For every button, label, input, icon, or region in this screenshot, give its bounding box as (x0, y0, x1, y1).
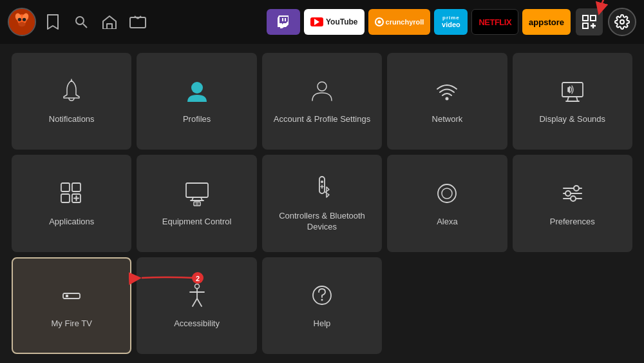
svg-point-7 (76, 17, 84, 25)
search-icon[interactable] (70, 10, 93, 34)
tv-icon[interactable] (126, 10, 149, 34)
settings-grid: Notifications Profiles Account & Profile… (0, 44, 644, 363)
svg-point-16 (377, 21, 381, 24)
svg-rect-19 (583, 23, 588, 28)
bell-icon (58, 77, 85, 108)
svg-rect-13 (285, 18, 286, 21)
svg-point-56 (574, 186, 579, 191)
preferences-label: Preferences (550, 217, 595, 228)
accessibility-cell[interactable]: Accessibility (137, 257, 256, 354)
home-icon[interactable] (98, 10, 121, 34)
svg-rect-18 (591, 15, 596, 21)
grid-view-button[interactable] (576, 8, 603, 35)
svg-rect-34 (61, 183, 70, 191)
notifications-cell[interactable]: Notifications (12, 53, 131, 150)
help-icon (308, 282, 336, 312)
netflix-label: NETFLIX (478, 17, 511, 27)
primevideo-button[interactable]: prime video (434, 9, 468, 35)
controllers-label: Controllers & Bluetooth Devices (267, 211, 377, 233)
sliders-icon (559, 180, 586, 210)
profile-icon (184, 77, 211, 108)
svg-rect-9 (107, 24, 112, 29)
svg-rect-10 (130, 17, 146, 28)
svg-line-66 (193, 299, 197, 306)
profiles-label: Profiles (183, 114, 211, 125)
svg-rect-44 (194, 202, 200, 206)
display-label: Display & Sounds (539, 114, 605, 125)
svg-line-31 (576, 97, 578, 101)
svg-point-5 (23, 18, 26, 21)
svg-point-57 (565, 191, 571, 196)
svg-rect-14 (282, 18, 283, 21)
firetv-icon (58, 282, 85, 312)
crunchyroll-button[interactable]: crunchyroll (368, 9, 431, 35)
netflix-button[interactable]: NETFLIX (471, 9, 518, 35)
equipment-icon (184, 180, 211, 210)
svg-point-48 (321, 181, 323, 183)
apps-icon (58, 180, 85, 210)
svg-rect-59 (63, 293, 80, 299)
network-label: Network (432, 114, 463, 125)
equipment-cell[interactable]: Equipment Control (137, 155, 256, 251)
help-cell[interactable]: Help (262, 257, 382, 354)
settings-button[interactable]: 1 (608, 8, 636, 36)
alexa-cell[interactable]: Alexa (387, 155, 507, 251)
alexa-icon (433, 180, 460, 210)
svg-point-28 (446, 97, 449, 101)
svg-point-63 (194, 284, 199, 288)
svg-point-22 (620, 20, 624, 24)
help-label: Help (314, 319, 331, 329)
applications-cell[interactable]: Applications (12, 155, 131, 251)
myfiretv-label: My Fire TV (52, 319, 92, 329)
svg-point-69 (321, 299, 323, 300)
svg-point-52 (442, 188, 452, 199)
bookmark-icon[interactable] (41, 10, 64, 34)
myfiretv-cell[interactable]: My Fire TV 2 (12, 257, 131, 354)
account-label: Account & Profile Settings (274, 114, 370, 125)
svg-line-67 (197, 299, 202, 306)
svg-point-6 (19, 22, 26, 26)
youtube-button[interactable]: YouTube (304, 9, 365, 35)
svg-rect-29 (562, 83, 583, 97)
display-icon (559, 77, 586, 108)
account-cell[interactable]: Account & Profile Settings (262, 53, 382, 150)
svg-rect-60 (66, 295, 68, 297)
alexa-label: Alexa (437, 217, 458, 228)
svg-rect-17 (583, 15, 588, 21)
remote-icon (308, 174, 336, 204)
svg-point-26 (191, 82, 203, 93)
svg-rect-36 (61, 194, 70, 202)
applications-label: Applications (49, 217, 94, 228)
svg-point-51 (438, 184, 456, 202)
accessibility-icon (184, 282, 211, 312)
appstore-button[interactable]: appstore (522, 9, 571, 35)
network-cell[interactable]: Network (387, 53, 507, 150)
controllers-cell[interactable]: Controllers & Bluetooth Devices (262, 155, 382, 251)
navbar: YouTube crunchyroll prime video NETFLIX … (0, 0, 644, 44)
svg-line-8 (83, 24, 87, 28)
person-icon (308, 77, 336, 108)
wifi-icon (433, 77, 460, 108)
svg-rect-40 (186, 183, 208, 197)
appstore-label: appstore (529, 17, 564, 27)
svg-line-30 (567, 97, 569, 101)
preferences-cell[interactable]: Preferences (513, 155, 632, 251)
display-cell[interactable]: Display & Sounds (513, 53, 632, 150)
equipment-label: Equipment Control (162, 217, 232, 228)
svg-point-58 (571, 196, 576, 201)
svg-rect-35 (72, 183, 80, 191)
twitch-button[interactable] (267, 9, 300, 35)
avatar[interactable] (8, 8, 36, 36)
svg-point-27 (317, 82, 327, 91)
profiles-cell[interactable]: Profiles (137, 53, 256, 150)
svg-point-4 (18, 18, 21, 21)
app-shortcuts: YouTube crunchyroll prime video NETFLIX … (267, 9, 571, 35)
accessibility-label: Accessibility (174, 319, 220, 329)
notifications-label: Notifications (49, 114, 95, 125)
